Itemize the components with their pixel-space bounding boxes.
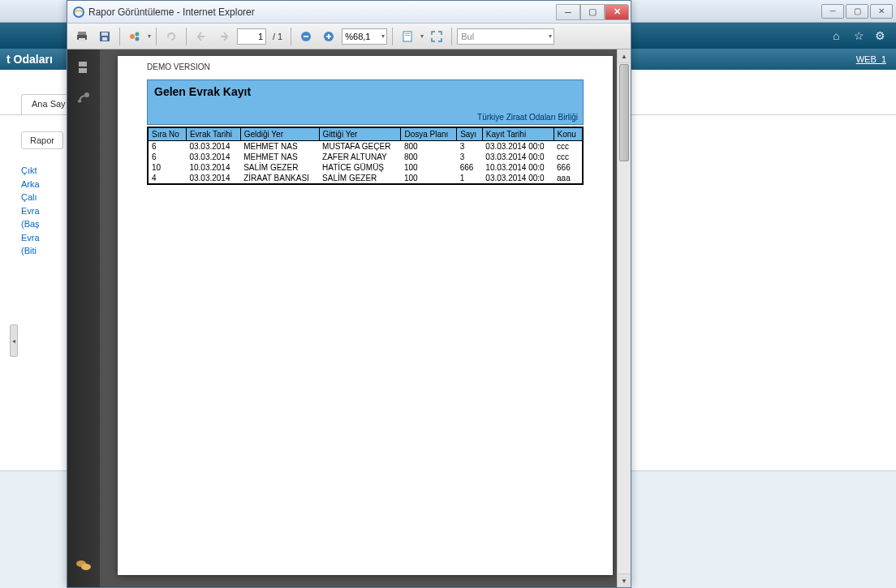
svg-rect-11 <box>304 36 308 37</box>
table-cell: 800 <box>401 152 457 162</box>
table-cell: 100 <box>401 173 457 184</box>
svg-rect-17 <box>405 35 410 36</box>
table-cell: 10 <box>148 162 186 173</box>
svg-rect-3 <box>79 38 85 41</box>
report-header: Gelen Evrak Kayıt Türkiye Ziraat Odaları… <box>147 79 584 125</box>
parent-minimize-button[interactable]: ─ <box>821 4 844 19</box>
table-cell: 4 <box>148 173 186 184</box>
col-header: Konu <box>554 127 583 141</box>
table-row: 603.03.2014MEHMET NASZAFER ALTUNAY800303… <box>148 152 583 162</box>
table-cell: HATİCE GÜMÜŞ <box>319 162 401 173</box>
col-header: Dosya Planı <box>401 127 457 141</box>
page-total: / 1 <box>273 32 282 41</box>
thumbnails-button[interactable] <box>74 58 93 77</box>
report-org: Türkiye Ziraat Odaları Birliği <box>477 113 578 122</box>
web-link[interactable]: WEB_1 <box>856 54 886 64</box>
table-cell: 03.03.2014 <box>186 141 240 152</box>
svg-point-22 <box>81 564 91 570</box>
table-cell: 10.03.2014 00:0 <box>482 162 554 173</box>
report-titlebar[interactable]: Rapor Görüntüleme - Internet Explorer ─ … <box>67 1 631 24</box>
svg-rect-6 <box>102 37 107 41</box>
report-toolbar: ▾ / 1 %68,1 ▾ ▾ <box>67 24 631 49</box>
parent-subtab-rapor[interactable]: Rapor <box>21 131 63 149</box>
table-cell: 03.03.2014 00:0 <box>482 173 554 184</box>
table-cell: MEHMET NAS <box>240 141 319 152</box>
zoom-dropdown[interactable]: %68,1 ▾ <box>342 28 387 45</box>
table-row: 603.03.2014MEHMET NASMUSTAFA GEÇER800303… <box>148 141 583 152</box>
maximize-button[interactable]: ▢ <box>580 4 605 20</box>
toolbar-separator <box>119 28 120 45</box>
table-cell: SALİM GEZER <box>319 173 401 184</box>
next-page-button[interactable] <box>214 27 234 46</box>
table-cell: 03.03.2014 <box>186 173 240 184</box>
star-icon[interactable]: ☆ <box>854 29 867 42</box>
ie-icon <box>72 6 85 19</box>
svg-rect-15 <box>403 32 411 41</box>
col-header: Sıra No <box>148 127 186 141</box>
close-button[interactable]: ✕ <box>605 4 629 20</box>
scroll-up-button[interactable]: ▲ <box>618 49 631 63</box>
col-header: Evrak Tarihi <box>186 127 240 141</box>
svg-point-20 <box>84 92 89 97</box>
parent-maximize-button[interactable]: ▢ <box>846 4 868 19</box>
demo-label: DEMO VERSION <box>147 62 584 71</box>
svg-rect-18 <box>79 62 87 67</box>
scrollbar-thumb[interactable] <box>619 64 629 161</box>
table-cell: ZİRAAT BANKASI <box>240 173 319 184</box>
collapse-handle[interactable]: ◂ <box>10 324 18 357</box>
prev-page-button[interactable] <box>192 27 211 46</box>
table-cell: 100 <box>401 162 457 173</box>
print-button[interactable] <box>72 27 92 46</box>
svg-rect-14 <box>328 34 330 39</box>
svg-rect-19 <box>79 68 87 73</box>
table-row: 1010.03.2014SALİM GEZERHATİCE GÜMÜŞ10066… <box>148 162 583 173</box>
gear-icon[interactable]: ⚙ <box>875 29 888 42</box>
zoom-in-button[interactable] <box>319 27 338 46</box>
col-header: Sayı <box>457 127 483 141</box>
bookmarks-button[interactable] <box>74 88 93 108</box>
col-header: Gittiği Yer <box>319 127 401 141</box>
toolbar-separator <box>291 28 291 45</box>
export-button[interactable] <box>125 27 144 46</box>
table-cell: 03.03.2014 00:0 <box>482 152 554 162</box>
save-button[interactable] <box>95 27 114 46</box>
minimize-button[interactable]: ─ <box>556 4 580 20</box>
table-row: 403.03.2014ZİRAAT BANKASISALİM GEZER1001… <box>148 173 583 184</box>
table-cell: ZAFER ALTUNAY <box>319 152 401 162</box>
page-input[interactable] <box>237 28 266 45</box>
search-input[interactable]: Bul ▾ <box>457 28 554 45</box>
table-cell: 3 <box>457 141 483 152</box>
fit-page-button[interactable] <box>398 27 417 46</box>
toolbar-separator <box>186 28 187 45</box>
table-cell: 666 <box>554 162 583 173</box>
table-cell: MUSTAFA GEÇER <box>319 141 401 152</box>
toolbar-separator <box>392 28 393 45</box>
svg-rect-1 <box>78 32 86 35</box>
toolbar-separator <box>156 28 157 45</box>
parent-close-button[interactable]: ✕ <box>870 4 893 19</box>
comments-button[interactable] <box>74 556 93 576</box>
report-table: Sıra No Evrak Tarihi Geldiği Yer Gittiği… <box>147 127 584 185</box>
banner-text: t Odaları <box>6 53 53 66</box>
fullscreen-button[interactable] <box>427 27 446 46</box>
report-title: Gelen Evrak Kayıt <box>154 85 576 98</box>
page-area[interactable]: DEMO VERSION Gelen Evrak Kayıt Türkiye Z… <box>100 49 631 587</box>
table-cell: 6 <box>148 152 186 162</box>
col-header: Geldiği Yer <box>240 127 319 141</box>
table-cell: 03.03.2014 <box>186 152 240 162</box>
table-cell: SALİM GEZER <box>240 162 319 173</box>
scroll-down-button[interactable]: ▼ <box>618 573 631 587</box>
report-sidebar <box>67 49 100 587</box>
zoom-out-button[interactable] <box>296 27 316 46</box>
svg-point-9 <box>136 36 140 41</box>
table-cell: 1 <box>457 173 483 184</box>
svg-point-7 <box>130 34 135 39</box>
scrollbar-track[interactable]: ▲ ▼ <box>617 49 631 587</box>
svg-point-8 <box>136 32 140 36</box>
home-icon[interactable]: ⌂ <box>833 29 846 42</box>
col-header: Kayıt Tarihi <box>482 127 554 141</box>
table-cell: 03.03.2014 00:0 <box>482 141 554 152</box>
svg-rect-5 <box>101 32 108 36</box>
refresh-button[interactable] <box>162 27 181 46</box>
toolbar-separator <box>451 28 452 45</box>
